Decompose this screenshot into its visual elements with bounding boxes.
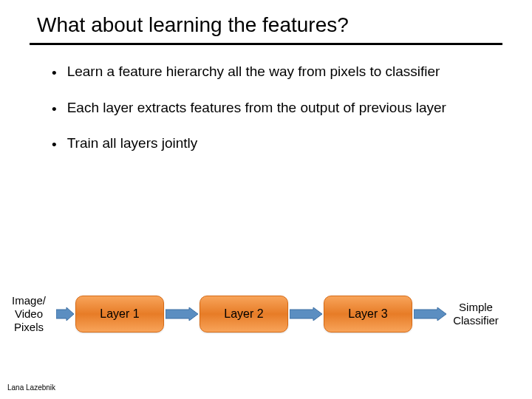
bullet-dot-icon: • [52, 136, 57, 154]
svg-marker-3 [414, 307, 446, 321]
svg-marker-0 [56, 307, 74, 321]
diagram-input-label: Image/ Video Pixels [3, 294, 55, 334]
bullet-item: • Learn a feature hierarchy all the way … [52, 63, 488, 83]
bullet-dot-icon: • [52, 64, 57, 83]
arrow-icon [288, 307, 324, 321]
bullet-list: • Learn a feature hierarchy all the way … [0, 45, 532, 154]
bullet-dot-icon: • [52, 100, 57, 119]
arrow-icon [412, 307, 448, 321]
credit-text: Lana Lazebnik [7, 383, 55, 392]
bullet-text: Learn a feature hierarchy all the way fr… [67, 63, 440, 81]
layer-box-3: Layer 3 [324, 296, 412, 332]
pipeline-diagram: Image/ Video Pixels Layer 1 Layer 2 Laye… [0, 281, 532, 347]
bullet-text: Train all layers jointly [67, 134, 198, 153]
svg-marker-1 [166, 307, 198, 321]
bullet-text: Each layer extracts features from the ou… [67, 99, 446, 117]
bullet-item: • Each layer extracts features from the … [52, 99, 488, 119]
bullet-item: • Train all layers jointly [52, 134, 488, 154]
layer-box-2: Layer 2 [200, 296, 288, 332]
layer-box-1: Layer 1 [75, 296, 164, 332]
slide-title: What about learning the features? [0, 0, 532, 43]
arrow-icon [164, 307, 200, 321]
diagram-output-label: Simple Classifier [449, 301, 502, 327]
arrow-icon [55, 307, 75, 321]
svg-marker-2 [290, 307, 322, 321]
